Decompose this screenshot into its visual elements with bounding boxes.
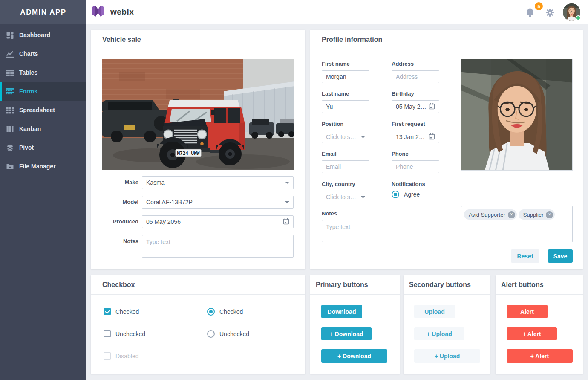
chevron-down-icon: [361, 196, 365, 198]
gear-icon: [545, 8, 554, 17]
radio-unchecked[interactable]: Unchecked: [207, 330, 249, 338]
produced-label: Produced: [102, 215, 142, 228]
upload-button[interactable]: + Upload: [414, 327, 464, 340]
upload-button[interactable]: Upload: [414, 305, 455, 318]
first-name-input[interactable]: [322, 70, 369, 83]
webix-logo-icon: [91, 4, 106, 20]
upload-button[interactable]: + Upload: [414, 349, 480, 363]
sidebar-item-label: Kanban: [19, 125, 41, 132]
agree-radio[interactable]: Agree: [392, 191, 447, 198]
panel-title: Checkbox: [91, 275, 305, 295]
last-name-input[interactable]: [322, 100, 369, 113]
kanban-icon: [6, 125, 14, 133]
notifications-button[interactable]: [525, 7, 536, 18]
sidebar-item-spreadsheet[interactable]: Spreadsheet: [0, 101, 86, 119]
radio-checked-icon: [207, 308, 215, 316]
charts-icon: [6, 50, 14, 58]
sidebar-item-label: Dashboard: [19, 32, 50, 38]
first-request-datepicker[interactable]: 13 Jan 2…: [392, 131, 439, 143]
calendar-icon: [429, 103, 435, 111]
sidebar-item-tables[interactable]: Tables: [0, 63, 86, 82]
license-plate-text: M724 UWW: [177, 151, 200, 156]
checkbox-unchecked[interactable]: Unchecked: [104, 330, 145, 337]
admin-app: ADMIN APP Dashboard Charts Tables: [0, 0, 588, 380]
notification-badge: 5: [535, 2, 543, 10]
chevron-down-icon: [361, 136, 365, 138]
birthday-datepicker[interactable]: 05 May 2…: [392, 100, 439, 113]
make-field-row: Make Kasma: [102, 176, 294, 189]
vehicle-notes-textarea[interactable]: [142, 235, 294, 258]
spreadsheet-icon: [6, 107, 14, 114]
panel-title: Vehicle sale: [91, 30, 305, 49]
chevron-down-icon: [285, 182, 289, 184]
reset-button[interactable]: Reset: [511, 249, 539, 263]
checkbox-panel: Checkbox Checked Unchecked Disabled Chec…: [91, 275, 305, 374]
sidebar-item-label: Tables: [19, 69, 37, 76]
sidebar-nav: Dashboard Charts Tables Forms: [0, 24, 86, 176]
produced-datepicker[interactable]: 05 May 2056: [142, 215, 294, 228]
vehicle-photo: M724 UWW: [102, 59, 294, 170]
model-field-row: Model Coral AF-13B72P: [102, 196, 294, 209]
checkbox-unchecked-icon: [104, 330, 111, 337]
model-combo[interactable]: Coral AF-13B72P: [142, 196, 294, 209]
sidebar-item-file-manager[interactable]: File Manager: [0, 157, 86, 176]
alert-buttons-panel: Alert buttons Alert + Alert + Alert: [496, 275, 583, 374]
notifications-label: Notifications: [392, 181, 447, 187]
sidebar-item-charts[interactable]: Charts: [0, 44, 86, 63]
sidebar-item-label: File Manager: [19, 163, 56, 170]
first-name-label: First name: [322, 61, 369, 67]
alert-button[interactable]: Alert: [507, 305, 548, 318]
produced-field-row: Produced 05 May 2056: [102, 215, 294, 228]
sidebar-item-label: Forms: [19, 88, 37, 95]
address-label: Address: [392, 61, 439, 67]
alert-button[interactable]: + Alert: [507, 327, 557, 340]
phone-field[interactable]: [392, 160, 439, 173]
profile-notes-textarea[interactable]: [322, 220, 573, 242]
position-combo[interactable]: Click to s…: [322, 131, 369, 143]
topbar: webix 5: [86, 0, 588, 24]
app-title: ADMIN APP: [0, 0, 86, 24]
calendar-icon: [429, 133, 435, 141]
download-button[interactable]: Download: [321, 305, 362, 318]
checkbox-checked[interactable]: Checked: [104, 308, 139, 315]
sidebar-item-label: Charts: [19, 50, 38, 57]
checkbox-checked-icon: [104, 308, 111, 315]
download-button[interactable]: + Download: [321, 327, 372, 340]
address-field[interactable]: [392, 70, 439, 83]
secondary-buttons-panel: Secondary buttons Upload + Upload + Uplo…: [404, 275, 490, 374]
webix-logo: webix: [91, 4, 134, 20]
profile-notes-label: Notes: [322, 211, 573, 217]
panel-title: Profile information: [310, 30, 583, 49]
primary-buttons-panel: Primary buttons Download + Download + Do…: [310, 275, 400, 374]
make-label: Make: [102, 176, 142, 189]
download-button[interactable]: + Download: [321, 349, 387, 363]
panel-title: Secondary buttons: [404, 275, 490, 295]
webix-logo-text: webix: [110, 7, 134, 17]
sidebar-item-forms[interactable]: Forms: [0, 82, 86, 101]
sidebar-item-kanban[interactable]: Kanban: [0, 119, 86, 138]
email-field[interactable]: [322, 160, 369, 173]
city-country-combo[interactable]: Click to s…: [322, 191, 369, 203]
file-manager-icon: [6, 163, 14, 170]
model-label: Model: [102, 196, 142, 209]
bell-icon: [525, 7, 535, 18]
radio-checked[interactable]: Checked: [207, 308, 243, 316]
last-name-label: Last name: [322, 91, 369, 97]
checkbox-disabled: Disabled: [104, 352, 138, 360]
profile-panel: Profile information First name Last name…: [310, 30, 583, 269]
birthday-label: Birthday: [392, 91, 439, 97]
pivot-icon: [6, 144, 14, 151]
make-combo[interactable]: Kasma: [142, 176, 294, 189]
settings-button[interactable]: [545, 8, 554, 17]
sidebar-item-pivot[interactable]: Pivot: [0, 138, 86, 157]
first-request-label: First request: [392, 121, 439, 127]
alert-button[interactable]: + Alert: [507, 349, 573, 363]
save-button[interactable]: Save: [548, 249, 573, 263]
panel-title: Alert buttons: [496, 275, 583, 295]
radio-unchecked-icon: [207, 330, 215, 338]
calendar-icon: [283, 218, 289, 226]
profile-photo: [461, 59, 573, 171]
sidebar-item-dashboard[interactable]: Dashboard: [0, 26, 86, 44]
dashboard-icon: [6, 32, 14, 39]
user-avatar[interactable]: [563, 3, 580, 21]
